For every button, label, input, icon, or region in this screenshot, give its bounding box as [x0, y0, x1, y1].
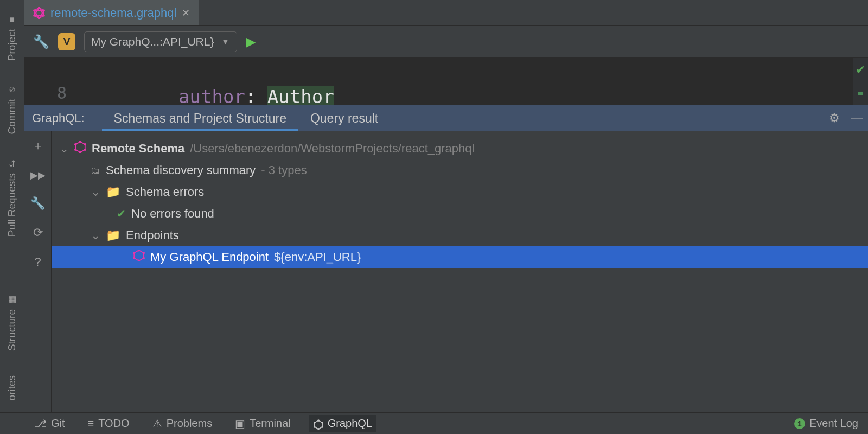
svg-point-12 [74, 149, 76, 151]
rail-structure[interactable]: Structure ▦ [6, 295, 18, 351]
bottom-terminal[interactable]: ▣ Terminal [231, 415, 295, 432]
refresh-icon[interactable]: ⟳ [33, 226, 43, 240]
tree-endpoint-item[interactable]: My GraphQL Endpoint ${env:API_URL} [52, 246, 868, 268]
tree-no-errors[interactable]: ✔ No errors found [52, 203, 868, 225]
rail-project-label: Project [6, 29, 18, 61]
editor-tab-remote-schema[interactable]: remote-schema.graphql ✕ [24, 0, 199, 25]
left-corner [0, 412, 24, 434]
add-icon[interactable]: ＋ [32, 138, 44, 154]
no-errors-label: No errors found [131, 207, 214, 221]
chevron-down-icon: ▼ [220, 37, 230, 46]
svg-marker-21 [315, 420, 322, 429]
bottom-git[interactable]: ⎇ Git [30, 415, 69, 432]
rail-structure-label: Structure [6, 309, 18, 351]
graphql-endpoint-icon [133, 250, 145, 265]
warning-icon: ⚠ [152, 417, 162, 430]
tree-discovery[interactable]: 🗂 Schema discovery summary - 3 types [52, 159, 868, 181]
svg-point-20 [133, 252, 135, 254]
bottom-terminal-label: Terminal [250, 417, 291, 430]
run-config-label: My GraphQ...:API_URL} [91, 35, 214, 48]
graphql-side-toolbar: ＋ ▶▶ 🔧 ⟳ ? [24, 131, 52, 412]
schema-tree: ⌄ Remote Schema /Users/ebenezerdon/Webst… [52, 131, 868, 412]
svg-point-22 [317, 419, 320, 422]
svg-point-2 [43, 9, 45, 11]
commit-icon: ⎋ [7, 87, 17, 92]
branch-icon: ⎇ [34, 417, 47, 430]
editor-gutter: 8 [24, 58, 93, 105]
chevron-down-icon: ⌄ [91, 185, 100, 199]
tab-query-label: Query result [310, 111, 378, 126]
graphql-panel-title: GraphQL: [32, 111, 85, 125]
wrench-icon[interactable]: 🔧 [30, 196, 45, 210]
graphql-icon [314, 419, 323, 429]
code-editor[interactable]: 8 author: Author [24, 58, 853, 105]
remote-schema-path: /Users/ebenezerdon/WebstormProjects/reac… [190, 142, 474, 156]
discovery-count: - 3 types [261, 163, 307, 177]
graphql-file-icon [33, 7, 45, 19]
bottom-todo[interactable]: ≡ TODO [84, 415, 134, 432]
tree-remote-schema[interactable]: ⌄ Remote Schema /Users/ebenezerdon/Webst… [52, 138, 868, 159]
run-config-dropdown[interactable]: My GraphQ...:API_URL} ▼ [84, 31, 237, 52]
rail-favorites[interactable]: orites [6, 375, 18, 400]
svg-point-10 [84, 149, 86, 151]
svg-point-26 [314, 426, 316, 428]
rail-favorites-label: orites [6, 375, 18, 400]
svg-marker-14 [134, 250, 144, 260]
schema-errors-label: Schema errors [126, 185, 204, 199]
svg-point-24 [321, 426, 323, 428]
code-field: author [178, 86, 245, 105]
run-target-badge[interactable]: V [58, 33, 75, 50]
rail-project[interactable]: Project ■ [6, 15, 18, 61]
endpoint-name: My GraphQL Endpoint [150, 250, 269, 264]
tab-query-result[interactable]: Query result [298, 105, 390, 131]
gear-icon[interactable]: ⚙ [829, 111, 840, 125]
run-button[interactable]: ▶ [246, 34, 256, 49]
svg-point-25 [317, 428, 320, 430]
editor-tab-label: remote-schema.graphql [50, 6, 176, 20]
code-colon: : [245, 86, 267, 105]
graphql-panel-header: GraphQL: Schemas and Project Structure Q… [24, 105, 868, 131]
rail-commit[interactable]: Commit ⎋ [6, 85, 18, 134]
minimize-icon[interactable]: — [851, 111, 863, 125]
rail-pr-label: Pull Requests [6, 173, 18, 237]
build-icon[interactable]: 🔧 [33, 34, 49, 49]
rail-pull-requests[interactable]: Pull Requests ⇆ [6, 158, 18, 237]
endpoints-label: Endpoints [126, 228, 179, 242]
svg-point-19 [133, 257, 135, 259]
editor-marker-strip: ✔ [853, 58, 868, 105]
help-icon[interactable]: ? [34, 255, 41, 269]
bottom-event-log[interactable]: 1 Event Log [790, 415, 863, 432]
bottom-graphql[interactable]: GraphQL [309, 415, 376, 432]
svg-point-3 [43, 14, 45, 16]
bottom-todo-label: TODO [98, 417, 129, 430]
tab-schemas[interactable]: Schemas and Project Structure [102, 105, 298, 131]
svg-point-9 [84, 143, 86, 145]
bottom-git-label: Git [51, 417, 65, 430]
run-toolbar: 🔧 V My GraphQ...:API_URL} ▼ ▶ [24, 26, 868, 58]
pull-request-icon: ⇆ [7, 160, 17, 167]
tab-schemas-label: Schemas and Project Structure [114, 111, 286, 126]
editor-tab-bar: remote-schema.graphql ✕ [24, 0, 868, 26]
svg-point-16 [143, 252, 145, 254]
check-icon: ✔ [117, 207, 126, 220]
close-icon[interactable]: ✕ [182, 7, 190, 19]
rerun-icon[interactable]: ▶▶ [30, 169, 46, 181]
remote-schema-label: Remote Schema [92, 142, 184, 156]
folder-icon: 📁 [106, 185, 120, 199]
marker-info-icon [858, 92, 863, 95]
endpoint-url: ${env:API_URL} [274, 250, 361, 264]
event-count-badge: 1 [794, 418, 805, 429]
bottom-event-log-label: Event Log [809, 417, 858, 430]
svg-marker-7 [75, 142, 85, 152]
discovery-label: Schema discovery summary [106, 163, 256, 177]
folder-icon: ■ [7, 17, 17, 22]
graphql-schema-icon [74, 141, 86, 156]
editor-code: author: Author [93, 58, 334, 105]
summary-icon: 🗂 [91, 165, 100, 176]
bottom-tool-bar: ⎇ Git ≡ TODO ⚠ Problems ▣ Terminal Graph… [24, 412, 868, 434]
bottom-problems-label: Problems [167, 417, 212, 430]
tree-schema-errors[interactable]: ⌄ 📁 Schema errors [52, 181, 868, 203]
bottom-problems[interactable]: ⚠ Problems [148, 415, 216, 432]
bottom-graphql-label: GraphQL [328, 417, 372, 430]
tree-endpoints[interactable]: ⌄ 📁 Endpoints [52, 225, 868, 246]
